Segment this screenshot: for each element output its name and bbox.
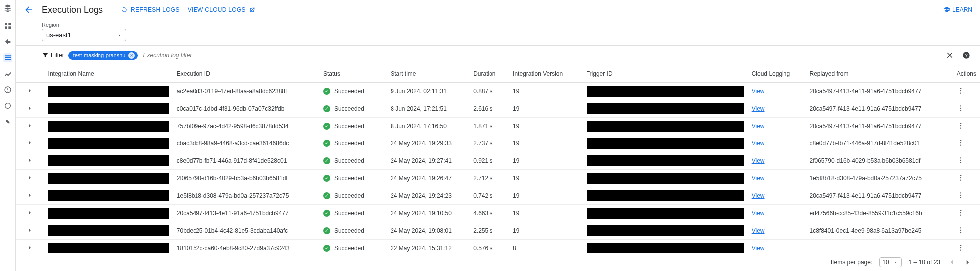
expand-row-button[interactable] xyxy=(26,174,34,182)
rail-item-metrics[interactable] xyxy=(3,69,12,78)
cloud-logging-view-link[interactable]: View xyxy=(752,123,765,130)
cloud-logging-view-link[interactable]: View xyxy=(752,245,765,252)
row-actions-menu[interactable] xyxy=(957,191,965,199)
col-integration-version[interactable]: Integration Version xyxy=(509,65,583,83)
duration-cell: 2.712 s xyxy=(469,170,509,187)
execution-id-cell: 757bf09e-97ac-4d42-9598-d6c3878dd534 xyxy=(173,118,319,135)
success-icon: ✓ xyxy=(323,210,330,217)
rail-item-settings[interactable] xyxy=(3,101,12,110)
col-replayed-from[interactable]: Replayed from xyxy=(806,65,953,83)
replayed-from-cell: 20ca5497-f413-4e11-91a6-4751bdcb9477 xyxy=(806,100,953,118)
col-status[interactable]: Status xyxy=(319,65,387,83)
remove-chip-button[interactable]: ✕ xyxy=(128,52,135,59)
status-cell: ✓Succeeded xyxy=(323,245,383,252)
expand-row-button[interactable] xyxy=(26,226,34,234)
version-cell: 19 xyxy=(509,222,583,240)
svg-point-17 xyxy=(960,125,961,126)
status-cell: ✓Succeeded xyxy=(323,105,383,112)
learn-button[interactable]: LEARN xyxy=(943,6,972,13)
start-time-cell: 24 May 2024, 19:26:47 xyxy=(387,170,469,187)
filter-input[interactable] xyxy=(142,51,939,59)
cloud-logging-view-link[interactable]: View xyxy=(752,157,765,164)
status-cell: ✓Succeeded xyxy=(323,192,383,199)
status-cell: ✓Succeeded xyxy=(323,175,383,182)
cloud-logging-view-link[interactable]: View xyxy=(752,140,765,147)
svg-point-10 xyxy=(960,88,961,89)
trigger-id-redacted xyxy=(587,243,744,253)
expand-row-button[interactable] xyxy=(26,87,34,95)
filter-icon xyxy=(42,52,49,59)
cloud-logging-view-link[interactable]: View xyxy=(752,88,765,95)
version-cell: 19 xyxy=(509,100,583,118)
next-page-button[interactable] xyxy=(963,258,972,267)
back-button[interactable] xyxy=(24,5,34,15)
view-cloud-logs-button[interactable]: VIEW CLOUD LOGS xyxy=(188,6,255,13)
trigger-id-redacted xyxy=(587,155,744,166)
filter-chip[interactable]: test-masking-pranshu ✕ xyxy=(68,51,138,60)
page-title: Execution Logs xyxy=(42,5,103,15)
col-integration-name[interactable]: Integration Name xyxy=(44,65,173,83)
expand-row-button[interactable] xyxy=(26,139,34,147)
items-per-page-select[interactable]: 10 xyxy=(879,257,901,267)
success-icon: ✓ xyxy=(323,175,330,182)
expand-row-button[interactable] xyxy=(26,244,34,252)
cloud-logging-view-link[interactable]: View xyxy=(752,210,765,217)
integration-name-redacted xyxy=(48,103,169,114)
version-cell: 19 xyxy=(509,170,583,187)
svg-rect-1 xyxy=(8,23,11,25)
expand-row-button[interactable] xyxy=(26,104,34,112)
row-actions-menu[interactable] xyxy=(957,122,965,130)
row-actions-menu[interactable] xyxy=(957,104,965,112)
filter-button[interactable]: Filter xyxy=(42,52,64,59)
col-execution-id[interactable]: Execution ID xyxy=(173,65,319,83)
rail-item-integrations[interactable] xyxy=(3,37,12,46)
row-actions-menu[interactable] xyxy=(957,244,965,252)
help-button[interactable]: ? xyxy=(960,49,972,61)
success-icon: ✓ xyxy=(323,192,330,199)
execution-id-cell: 1810152c-ca60-4eb8-9c80-27d9a37c9243 xyxy=(173,240,319,254)
col-cloud-logging[interactable]: Cloud Logging xyxy=(748,65,806,83)
status-cell: ✓Succeeded xyxy=(323,157,383,164)
rail-item-dashboard[interactable] xyxy=(3,21,12,30)
replayed-from-cell: 20ca5497-f413-4e11-91a6-4751bdcb9477 xyxy=(806,118,953,135)
logs-table: Integration Name Execution ID Status Sta… xyxy=(16,65,980,253)
integration-name-redacted xyxy=(48,86,169,97)
svg-point-37 xyxy=(960,245,961,246)
svg-point-39 xyxy=(960,249,961,250)
cloud-logging-view-link[interactable]: View xyxy=(752,105,765,112)
rail-item-logs[interactable] xyxy=(3,53,12,62)
svg-rect-5 xyxy=(7,88,8,90)
trigger-id-redacted xyxy=(587,138,744,149)
table-row: c0ca017c-1dbd-4f31-96db-07a07c32ffdb✓Suc… xyxy=(16,100,980,118)
version-cell: 19 xyxy=(509,205,583,222)
expand-row-button[interactable] xyxy=(26,209,34,217)
cloud-logging-view-link[interactable]: View xyxy=(752,227,765,234)
rail-item-connectors[interactable] xyxy=(3,117,12,126)
region-select[interactable]: us-east1 xyxy=(42,29,126,41)
svg-rect-2 xyxy=(5,26,7,29)
trigger-id-redacted xyxy=(587,121,744,132)
col-duration[interactable]: Duration xyxy=(469,65,509,83)
expand-row-button[interactable] xyxy=(26,156,34,164)
row-actions-menu[interactable] xyxy=(957,226,965,234)
row-actions-menu[interactable] xyxy=(957,87,965,95)
success-icon: ✓ xyxy=(323,227,330,234)
left-rail xyxy=(0,0,16,271)
row-actions-menu[interactable] xyxy=(957,209,965,217)
expand-row-button[interactable] xyxy=(26,122,34,130)
clear-filters-button[interactable] xyxy=(943,49,956,62)
svg-point-22 xyxy=(960,157,961,158)
prev-page-button[interactable] xyxy=(947,258,956,267)
rail-item-alerts[interactable] xyxy=(3,85,12,94)
row-actions-menu[interactable] xyxy=(957,139,965,147)
refresh-icon xyxy=(121,6,128,13)
start-time-cell: 24 May 2024, 19:29:33 xyxy=(387,135,469,152)
row-actions-menu[interactable] xyxy=(957,156,965,164)
expand-row-button[interactable] xyxy=(26,191,34,199)
cloud-logging-view-link[interactable]: View xyxy=(752,192,765,199)
cloud-logging-view-link[interactable]: View xyxy=(752,175,765,182)
row-actions-menu[interactable] xyxy=(957,174,965,182)
col-start-time[interactable]: Start time xyxy=(387,65,469,83)
col-trigger-id[interactable]: Trigger ID xyxy=(583,65,748,83)
refresh-logs-button[interactable]: REFRESH LOGS xyxy=(121,6,180,13)
